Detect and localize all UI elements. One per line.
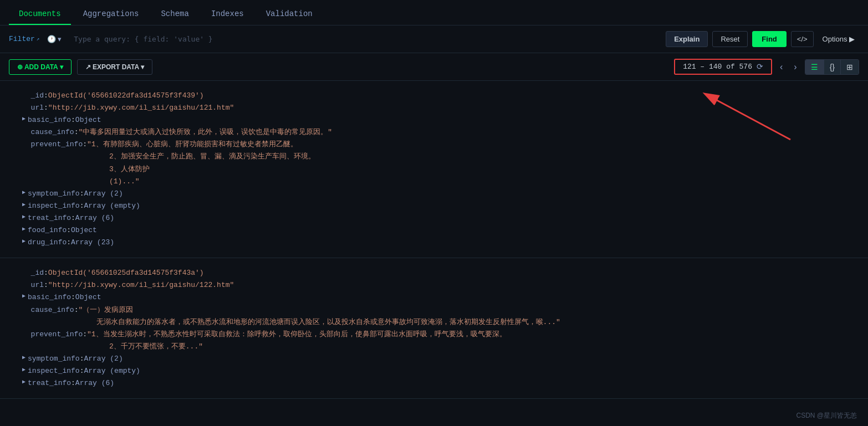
doc-field-prevent-info-3: 3、人体防护 [11,163,857,176]
doc-field-drug-info: ▶ drug_info: Array (23) [11,237,857,249]
list-view-button[interactable]: ☰ [805,60,824,74]
action-bar: ⊕ ADD DATA ▾ ↗ EXPORT DATA ▾ 121 – 140 o… [0,53,868,81]
page-info-box: 121 – 140 of 576 ⟳ [674,59,772,75]
code-toggle-button[interactable]: </> [791,31,814,47]
doc2-field-basic-info: ▶ basic_info: Object [11,291,857,304]
doc2-field-treat-info: ▶ treat_info: Array (6) [11,377,857,389]
dropdown-icon: ▾ [58,35,62,43]
filter-link[interactable]: Filter ↗ [9,35,39,43]
doc-field-id: _id: ObjectId('65661022dfa3d14575f3f439'… [11,90,857,102]
doc2-field-id: _id: ObjectId('65661025dfa3d14575f3f43a'… [11,267,857,279]
explain-button[interactable]: Explain [666,31,708,47]
find-button[interactable]: Find [752,31,786,47]
documents-container: _id: ObjectId('65661022dfa3d14575f3f439'… [0,81,868,407]
options-button[interactable]: Options ▶ [818,32,859,47]
doc-field-basic-info: ▶ basic_info: Object [11,114,857,126]
json-view-button[interactable]: {} [824,60,841,74]
query-history-button[interactable]: 🕐 ▾ [44,33,65,45]
doc2-field-symptom-info: ▶ symptom_info: Array (2) [11,353,857,365]
doc-field-prevent-info-2: 2、加强安全生产，防止跑、冒、漏、滴及污染生产车间、环境。 [11,151,857,163]
refresh-icon[interactable]: ⟳ [757,62,763,71]
next-page-button[interactable]: › [790,60,800,74]
page-info-text: 121 – 140 of 576 [683,63,752,71]
tab-aggregations[interactable]: Aggregations [73,4,149,25]
doc-field-prevent-info: prevent_info: "1、有肺部疾病、心脏病、肝肾功能损害和有过敏史者禁… [11,138,857,151]
top-navigation: Documents Aggregations Schema Indexes Va… [0,0,868,25]
pagination-area: 121 – 140 of 576 ⟳ ‹ › ☰ {} ⊞ [674,59,859,75]
tab-documents[interactable]: Documents [9,4,71,25]
view-toggle-group: ☰ {} ⊞ [805,59,859,75]
reset-button[interactable]: Reset [712,31,748,47]
doc-field-treat-info: ▶ treat_info: Array (6) [11,212,857,224]
tab-schema[interactable]: Schema [151,4,198,25]
doc-field-cause-info: cause_info: "中毒多因用量过大或滴入过快所致，此外，误吸，误饮也是中… [11,126,857,138]
doc2-field-url: url: "http://jib.xywy.com/il_sii/gaishu/… [11,279,857,291]
doc2-field-cause-info: cause_info: "（一）发病原因 [11,304,857,316]
doc2-field-prevent-info-2: 2、千万不要慌张，不要..." [11,341,857,353]
filter-label: Filter [9,35,35,43]
document-item: _id: ObjectId('65661025dfa3d14575f3f43a'… [0,258,868,399]
watermark: CSDN @星川皆无恙 [796,411,857,420]
add-data-button[interactable]: ⊕ ADD DATA ▾ [9,59,72,75]
doc-field-food-info: ▶ food_info: Object [11,224,857,237]
document-item: _id: ObjectId('65661022dfa3d14575f3f439'… [0,81,868,258]
doc2-field-inspect-info: ▶ inspect_info: Array (empty) [11,365,857,377]
doc-field-prevent-info-4: (1)..." [11,176,857,188]
tab-validation[interactable]: Validation [256,4,323,25]
export-data-button[interactable]: ↗ EXPORT DATA ▾ [77,59,152,75]
table-view-button[interactable]: ⊞ [841,60,859,74]
doc2-field-cause-info-2: 无溺水自救能力的落水者，或不熟悉水流和地形的河流池塘而误入险区，以及投水自杀或意… [11,316,857,329]
doc-field-url: url: "http://jib.xywy.com/il_sii/gaishu/… [11,102,857,114]
doc-field-inspect-info: ▶ inspect_info: Array (empty) [11,200,857,212]
clock-icon: 🕐 [47,35,56,43]
tab-indexes[interactable]: Indexes [201,4,254,25]
doc2-field-prevent-info: prevent_info: "1、当发生溺水时，不熟悉水性时可采取自救法：除呼救… [11,329,857,341]
filter-bar: Filter ↗ 🕐 ▾ Explain Reset Find </> Opti… [0,25,868,53]
filter-external-icon: ↗ [37,36,39,42]
prev-page-button[interactable]: ‹ [777,60,786,74]
query-input[interactable] [69,33,367,45]
doc-field-symptom-info: ▶ symptom_info: Array (2) [11,188,857,200]
